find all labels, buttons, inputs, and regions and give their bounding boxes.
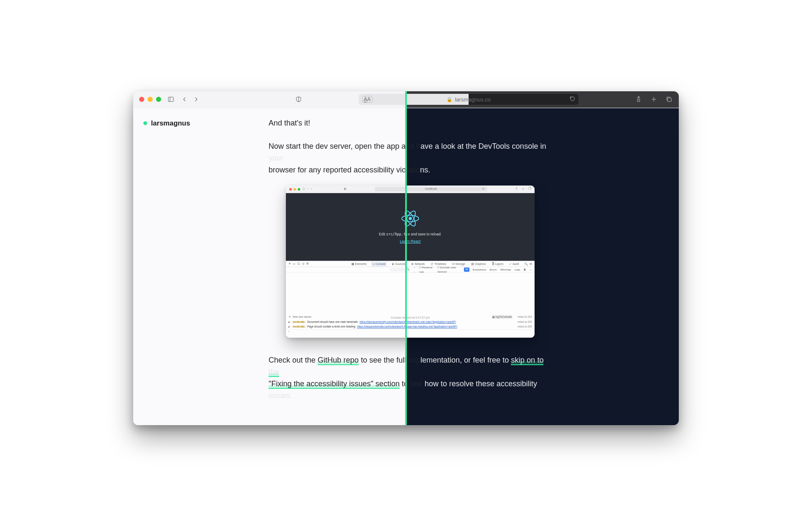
shot-toolbar: ▯ ‹ › ◐ localhost ↻ ⇪ ＋ ❐ bbox=[286, 186, 535, 193]
address-bar[interactable]: A̲A 🔒 larsmagnus.co bbox=[359, 94, 579, 105]
devtools-target-icon: ◎ bbox=[302, 262, 304, 266]
browser-window: A̲A 🔒 larsmagnus.co bbox=[133, 91, 679, 425]
devtools-tab-elements: ▦ Elements bbox=[350, 262, 368, 267]
devtools-search-icon: 🔍 bbox=[524, 262, 528, 266]
article-p2b-dark: ns. bbox=[420, 166, 430, 174]
svg-rect-0 bbox=[168, 97, 173, 102]
devtools-filter-warnings: Warnings bbox=[500, 268, 511, 272]
window-traffic-lights bbox=[139, 97, 161, 102]
devtools-tab-audit: ✓ Audit bbox=[508, 262, 520, 267]
devtools-prompt: › bbox=[286, 329, 535, 333]
devtools-gear-icon: ⚙ bbox=[306, 262, 309, 266]
minimize-window-button[interactable] bbox=[148, 97, 153, 102]
devtools-filter-errors: Errors bbox=[490, 268, 497, 272]
shot-react-app: Edit src/App.tsx and save to reload. Lea… bbox=[286, 193, 535, 261]
devtools-close-icon: ✕ bbox=[288, 262, 291, 266]
shot-shield-icon: ◐ bbox=[344, 186, 347, 191]
share-icon[interactable] bbox=[635, 96, 642, 103]
shot-address-bar: localhost ↻ bbox=[375, 187, 487, 191]
article-p3-dark-a: lementation, or feel free to bbox=[420, 356, 511, 364]
article-p2b-light: browser for any reported accessibility v… bbox=[269, 166, 420, 174]
devtools-filterbar: ‹ › ☐ Preserve Log ☐ Emulate User Gestur… bbox=[286, 267, 535, 273]
reader-textsize-icon[interactable]: A̲A bbox=[362, 96, 373, 103]
devtools-settings-icon: ⚙ bbox=[529, 262, 532, 266]
svg-rect-6 bbox=[668, 98, 672, 102]
devtools-dock-icon: ▭ bbox=[293, 262, 296, 266]
all-tabs-icon[interactable] bbox=[665, 96, 673, 103]
site-brand[interactable]: larsmagnus bbox=[143, 119, 190, 127]
shot-tabs-icon: ❐ bbox=[528, 186, 531, 191]
forward-button[interactable] bbox=[192, 96, 200, 103]
devtools-tabbar: ✕ ▭ ◱ ◎ ⚙ ▦ Elements ▷ Console 🗎 Sources… bbox=[286, 261, 535, 267]
devtools-tab-layers: ≣ Layers bbox=[491, 262, 505, 267]
shot-edit-text: Edit src/App.tsx and save to reload. bbox=[379, 232, 442, 237]
back-button[interactable] bbox=[181, 96, 188, 103]
refresh-icon[interactable] bbox=[570, 96, 575, 103]
devtools-filter-evaluations: Evaluations bbox=[473, 268, 486, 272]
address-text: larsmagnus.co bbox=[455, 96, 491, 103]
devtools-filter-logs: Logs bbox=[515, 268, 520, 272]
devtools-filter-search bbox=[390, 268, 410, 271]
shot-learn-react-link: Learn React bbox=[400, 239, 420, 245]
shot-address-text: localhost bbox=[425, 187, 437, 191]
shot-plus-icon: ＋ bbox=[521, 186, 525, 191]
lock-icon: 🔒 bbox=[447, 97, 453, 102]
comparison-divider[interactable] bbox=[405, 91, 407, 425]
devtools-log-line: ▶ moderate: Document should have one mai… bbox=[286, 319, 535, 325]
devtools-inspect-icon: ◱ bbox=[297, 262, 300, 266]
devtools-tab-sources: 🗎 Sources bbox=[390, 262, 407, 267]
maximize-window-button[interactable] bbox=[156, 97, 161, 102]
new-tab-icon[interactable] bbox=[650, 96, 658, 103]
skip-section-link-light[interactable]: "Fixing the accessibility issues" sectio… bbox=[269, 379, 400, 389]
devtools-tab-console: ▷ Console bbox=[371, 262, 387, 267]
github-repo-link[interactable]: GitHub repo bbox=[318, 356, 359, 365]
article-p2-light: Now start the dev server, open the app a… bbox=[269, 142, 420, 150]
article-p3-a: Check out the bbox=[269, 356, 318, 364]
shot-share-icon: ⇪ bbox=[515, 186, 518, 191]
shot-sidebar-icon: ▯ bbox=[303, 186, 304, 191]
devtools-log-line: ▶ moderate: Page should contain a level-… bbox=[286, 324, 535, 329]
shot-forward-icon: › bbox=[311, 186, 312, 191]
article-p3-b: to see the full imp bbox=[359, 356, 420, 364]
devtools-filter-all: All bbox=[464, 268, 469, 271]
shot-devtools: ✕ ▭ ◱ ◎ ⚙ ▦ Elements ▷ Console 🗎 Sources… bbox=[286, 261, 535, 338]
react-logo-icon bbox=[401, 210, 419, 227]
shot-refresh-icon: ↻ bbox=[482, 187, 485, 191]
devtools-more-icon: ⋯ bbox=[529, 268, 532, 272]
svg-point-7 bbox=[409, 217, 411, 220]
devtools-trash-icon: 🗑 bbox=[524, 268, 526, 272]
article-p1: And that's it! bbox=[269, 119, 310, 127]
close-window-button[interactable] bbox=[139, 97, 144, 102]
devtools-console-body: Console cleared at 5:47:57 pm ▼ New axe … bbox=[286, 273, 535, 338]
article-p3-c: to see bbox=[400, 379, 422, 388]
brand-dot-icon bbox=[143, 121, 147, 125]
devtools-tab-graphics: ▨ Graphics bbox=[470, 262, 487, 267]
brand-text: larsmagnus bbox=[151, 119, 190, 127]
embedded-screenshot: ▯ ‹ › ◐ localhost ↻ ⇪ ＋ ❐ bbox=[286, 186, 535, 338]
article-body: And that's it! Now start the dev server,… bbox=[269, 117, 552, 411]
shot-traffic-lights bbox=[289, 188, 300, 191]
sidebar-toggle-icon[interactable] bbox=[167, 96, 175, 103]
shot-back-icon: ‹ bbox=[307, 186, 308, 191]
privacy-shield-icon[interactable] bbox=[295, 96, 302, 103]
devtools-group-header: ▼ New axe issues ▦ logToConsole index.ts… bbox=[286, 314, 535, 319]
